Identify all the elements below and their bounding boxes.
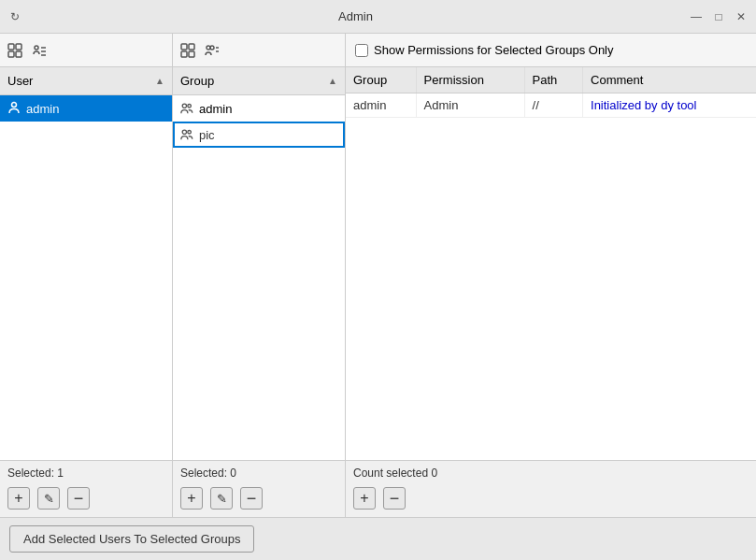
user-list[interactable]: admin bbox=[0, 95, 172, 460]
group-item-pic-label: pic bbox=[199, 128, 215, 142]
group-icon-pic bbox=[180, 127, 193, 143]
bottom-button-bar: Add Selected Users To Selected Groups bbox=[0, 517, 756, 560]
cell-comment: Initialized by dy tool bbox=[583, 93, 756, 118]
svg-rect-3 bbox=[16, 51, 21, 57]
col-permission: Permission bbox=[416, 67, 524, 93]
permissions-table-wrapper: Group Permission Path Comment admin Admi… bbox=[346, 67, 756, 460]
user-edit-button[interactable]: ✎ bbox=[37, 487, 60, 510]
user-add-button[interactable]: + bbox=[7, 487, 30, 510]
titlebar-left: ↻ bbox=[7, 9, 22, 24]
svg-rect-10 bbox=[189, 44, 194, 50]
svg-rect-2 bbox=[8, 51, 14, 57]
group-action-buttons: + ✎ − bbox=[180, 483, 337, 513]
table-body: admin Admin // Initialized by dy tool bbox=[346, 93, 756, 118]
user-person-icon bbox=[7, 101, 21, 117]
permissions-table: Group Permission Path Comment admin Admi… bbox=[346, 67, 756, 118]
group-toolbar-icon2[interactable] bbox=[203, 41, 221, 60]
group-edit-button[interactable]: ✎ bbox=[210, 487, 233, 510]
window-controls: — □ ✕ bbox=[689, 9, 749, 24]
group-panel-toolbar bbox=[173, 34, 345, 67]
group-list[interactable]: admin pic bbox=[173, 95, 345, 460]
user-panel-header: User ▲ bbox=[0, 67, 172, 95]
user-toolbar-icon1[interactable] bbox=[6, 41, 24, 60]
group-sort-icon[interactable]: ▲ bbox=[328, 76, 337, 86]
svg-rect-9 bbox=[181, 44, 187, 50]
group-remove-button[interactable]: − bbox=[240, 487, 263, 510]
permissions-status-panel: Count selected 0 + − bbox=[346, 461, 756, 517]
show-permissions-checkbox-wrapper[interactable]: Show Permissions for Selected Groups Onl… bbox=[355, 43, 614, 57]
permissions-count-label: Count selected 0 bbox=[353, 465, 749, 481]
group-status-panel: Selected: 0 + ✎ − bbox=[173, 461, 346, 517]
user-status-panel: Selected: 1 + ✎ − bbox=[0, 461, 173, 517]
permissions-toolbar: Show Permissions for Selected Groups Onl… bbox=[346, 34, 756, 67]
add-selected-users-button[interactable]: Add Selected Users To Selected Groups bbox=[9, 525, 254, 553]
svg-rect-11 bbox=[181, 51, 187, 57]
user-item-label: admin bbox=[26, 102, 59, 116]
cell-permission: Admin bbox=[416, 93, 524, 118]
svg-point-17 bbox=[182, 104, 186, 108]
main-content: User ▲ admin bbox=[0, 34, 756, 460]
col-comment: Comment bbox=[583, 67, 756, 93]
user-header-label: User bbox=[7, 74, 33, 88]
group-item-pic[interactable]: pic bbox=[173, 122, 345, 148]
group-panel: Group ▲ admin bbox=[173, 34, 345, 460]
table-row[interactable]: admin Admin // Initialized by dy tool bbox=[346, 93, 756, 118]
group-panel-header: Group ▲ bbox=[173, 67, 345, 95]
status-bars: Selected: 1 + ✎ − Selected: 0 + ✎ − Coun… bbox=[0, 460, 756, 517]
titlebar: ↻ Admin — □ ✕ bbox=[0, 0, 756, 34]
group-header-label: Group bbox=[180, 74, 214, 88]
cell-path: // bbox=[524, 93, 582, 118]
group-add-button[interactable]: + bbox=[180, 487, 203, 510]
svg-point-18 bbox=[188, 104, 192, 108]
bottom-area: Selected: 1 + ✎ − Selected: 0 + ✎ − Coun… bbox=[0, 460, 756, 560]
user-remove-button[interactable]: − bbox=[67, 487, 90, 510]
user-item-admin[interactable]: admin bbox=[0, 95, 172, 122]
svg-point-4 bbox=[35, 46, 38, 50]
permissions-add-button[interactable]: + bbox=[353, 487, 376, 510]
user-status-label: Selected: 1 bbox=[7, 465, 164, 481]
permissions-action-buttons: + − bbox=[353, 483, 749, 513]
window-title: Admin bbox=[22, 9, 689, 23]
col-group: Group bbox=[346, 67, 416, 93]
show-permissions-checkbox[interactable] bbox=[355, 44, 368, 57]
refresh-button[interactable]: ↻ bbox=[7, 9, 22, 24]
group-toolbar-icon1[interactable] bbox=[178, 41, 197, 60]
svg-rect-12 bbox=[189, 51, 194, 57]
user-toolbar-icon2[interactable] bbox=[30, 41, 49, 60]
svg-point-14 bbox=[210, 46, 214, 50]
user-sort-icon[interactable]: ▲ bbox=[155, 76, 164, 86]
group-item-admin-label: admin bbox=[199, 102, 232, 116]
user-action-buttons: + ✎ − bbox=[7, 483, 164, 513]
group-status-label: Selected: 0 bbox=[180, 465, 337, 481]
group-icon-admin bbox=[180, 101, 193, 117]
svg-point-19 bbox=[182, 130, 186, 134]
user-panel: User ▲ admin bbox=[0, 34, 173, 460]
left-panels: User ▲ admin bbox=[0, 34, 346, 460]
svg-rect-0 bbox=[8, 44, 14, 50]
user-panel-toolbar bbox=[0, 34, 172, 67]
cell-group: admin bbox=[346, 93, 416, 118]
close-button[interactable]: ✕ bbox=[734, 9, 749, 24]
permissions-remove-button[interactable]: − bbox=[383, 487, 406, 510]
svg-point-20 bbox=[188, 130, 192, 134]
minimize-button[interactable]: — bbox=[689, 9, 704, 24]
maximize-button[interactable]: □ bbox=[711, 9, 726, 24]
col-path: Path bbox=[524, 67, 582, 93]
svg-rect-1 bbox=[16, 44, 21, 50]
group-item-admin[interactable]: admin bbox=[173, 95, 345, 122]
svg-point-8 bbox=[12, 102, 17, 107]
right-panel: Show Permissions for Selected Groups Onl… bbox=[346, 34, 756, 460]
table-head: Group Permission Path Comment bbox=[346, 67, 756, 93]
show-permissions-label: Show Permissions for Selected Groups Onl… bbox=[374, 43, 614, 57]
